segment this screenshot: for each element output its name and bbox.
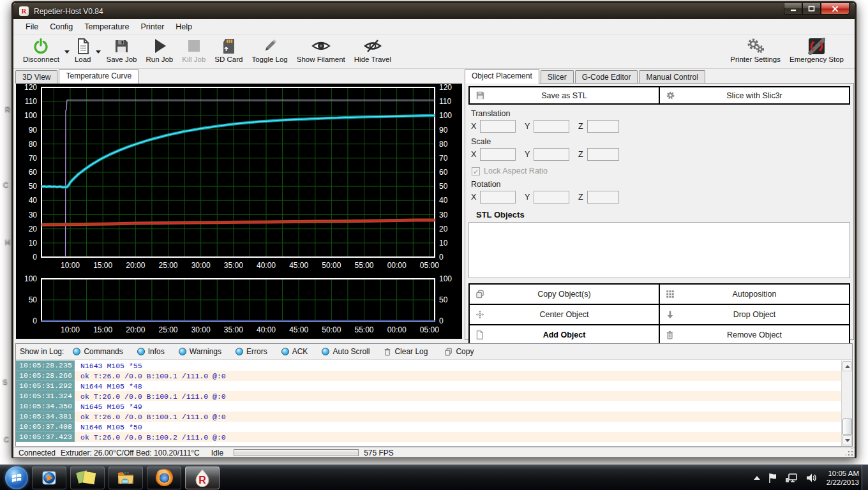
copy-objects-button[interactable]: Copy Object(s)	[470, 285, 659, 304]
svg-text:40: 40	[439, 196, 448, 205]
kill-job-button: Kill Job	[177, 35, 210, 68]
menu-printer[interactable]: Printer	[135, 20, 170, 34]
translation-y-input[interactable]	[534, 120, 569, 133]
down-arrow-icon	[666, 310, 675, 319]
toggle-dot-icon	[137, 348, 145, 355]
scale-row: X Y Z	[471, 148, 850, 161]
show-desktop-button[interactable]	[862, 465, 868, 490]
gears-icon	[745, 37, 766, 55]
svg-text:50: 50	[439, 182, 448, 191]
windows-flag-icon	[11, 472, 22, 484]
menu-config[interactable]: Config	[44, 20, 79, 34]
tab-object-placement[interactable]: Object Placement	[465, 69, 539, 84]
rotation-x-input[interactable]	[480, 191, 516, 204]
network-icon[interactable]	[785, 472, 798, 484]
taskbar-sticky-notes[interactable]	[70, 466, 105, 489]
save-job-button[interactable]: Save Job	[101, 35, 141, 68]
scale-z-input[interactable]	[587, 148, 619, 161]
rotation-label: Rotation	[471, 180, 850, 189]
menu-help[interactable]: Help	[170, 20, 198, 34]
action-center-flag-icon[interactable]	[768, 472, 777, 484]
rotation-y-input[interactable]	[534, 191, 569, 204]
rotation-z-input[interactable]	[587, 191, 619, 204]
scroll-down-icon[interactable]	[842, 435, 852, 445]
tab-temperature-curve[interactable]: Temperature Curve	[59, 69, 138, 84]
hidden-icons-button[interactable]	[754, 476, 760, 480]
scroll-thumb[interactable]	[842, 419, 852, 435]
resize-grip[interactable]	[846, 449, 853, 456]
maximize-button[interactable]	[802, 3, 821, 15]
toggle-infos[interactable]: Infos	[137, 347, 165, 356]
log-timestamp: 10:05:28.266	[16, 371, 75, 381]
title-bar[interactable]: R Repetier-Host V0.84	[13, 3, 855, 19]
job-progress-bar	[234, 449, 359, 456]
toggle-commands[interactable]: Commands	[73, 347, 123, 356]
disconnect-button[interactable]: Disconnect	[19, 35, 64, 68]
autoposition-button[interactable]: Autoposition	[660, 285, 849, 304]
run-job-button[interactable]: Run Job	[141, 35, 177, 68]
toggle-auto-scroll[interactable]: Auto Scroll	[322, 347, 370, 356]
log-timestamp: 10:05:31.292	[16, 381, 75, 391]
svg-text:60: 60	[439, 168, 448, 177]
taskbar-firefox[interactable]	[147, 466, 181, 489]
sd-card-button[interactable]: SD Card	[210, 35, 247, 68]
hide-travel-button[interactable]: Hide Travel	[350, 35, 396, 68]
disconnect-dropdown-icon[interactable]	[64, 50, 70, 54]
load-button[interactable]: Load	[70, 35, 96, 68]
svg-text:20:00: 20:00	[126, 325, 145, 334]
emergency-stop-button[interactable]: Emergency Stop	[785, 35, 848, 69]
log-header: Show in Log: Commands Infos Warnings Err…	[16, 344, 852, 360]
taskbar-repetier-host[interactable]: R	[185, 466, 220, 489]
center-object-button[interactable]: Center Object	[470, 305, 659, 324]
menu-temperature[interactable]: Temperature	[79, 20, 135, 34]
toggle-warnings[interactable]: Warnings	[179, 347, 221, 356]
load-dropdown-icon[interactable]	[96, 50, 101, 54]
play-icon	[152, 37, 167, 55]
copy-log-button[interactable]: Copy	[444, 347, 474, 356]
lock-aspect-checkbox[interactable]: ✓	[472, 167, 480, 175]
grid-icon	[666, 290, 675, 299]
translation-z-input[interactable]	[587, 120, 619, 133]
toggle-ack[interactable]: ACK	[281, 347, 308, 356]
log-scrollbar[interactable]	[841, 360, 852, 446]
tab-gcode-editor[interactable]: G-Code Editor	[575, 70, 638, 84]
volume-icon[interactable]	[805, 472, 818, 484]
remove-object-button[interactable]: Remove Object	[660, 325, 849, 345]
tab-3d-view[interactable]: 3D View	[15, 70, 57, 84]
svg-text:100: 100	[439, 111, 452, 120]
desktop-icon-label-fragment: S	[3, 378, 7, 385]
add-object-button[interactable]: Add Object	[470, 325, 659, 345]
tab-slicer[interactable]: Slicer	[541, 70, 574, 84]
save-as-stl-button[interactable]: Save as STL	[470, 87, 659, 103]
printer-settings-button[interactable]: Printer Settings	[726, 35, 785, 69]
taskbar-media-player[interactable]	[32, 466, 66, 489]
menu-file[interactable]: File	[20, 20, 44, 34]
toggle-errors[interactable]: Errors	[236, 347, 267, 356]
scroll-up-icon[interactable]	[842, 361, 852, 371]
taskbar-explorer[interactable]	[108, 466, 143, 489]
drop-object-button[interactable]: Drop Object	[660, 305, 849, 324]
slice-with-slic3r-button[interactable]: Slice with Slic3r	[659, 87, 849, 103]
svg-text:40:00: 40:00	[257, 325, 276, 334]
status-bar: Connected Extruder: 26.00°C/Off Bed: 100…	[13, 447, 855, 457]
svg-text:55:00: 55:00	[354, 325, 373, 334]
toggle-dot-icon	[322, 348, 329, 355]
show-filament-button[interactable]: Show Filament	[292, 35, 350, 68]
translation-row: X Y Z	[471, 120, 850, 133]
translation-x-input[interactable]	[480, 120, 516, 133]
toggle-log-button[interactable]: Toggle Log	[247, 35, 292, 68]
taskbar-clock[interactable]: 10:05 AM 2/22/2013	[827, 469, 859, 487]
clear-log-button[interactable]: Clear Log	[384, 347, 428, 356]
close-button[interactable]	[821, 3, 849, 15]
log-rows[interactable]: 10:05:28.235N1643 M105 *5510:05:28.266ok…	[16, 360, 841, 446]
start-button[interactable]	[5, 466, 28, 489]
windows-taskbar: R 10:05 AM 2/22/2013	[0, 464, 868, 490]
scale-x-input[interactable]	[480, 148, 516, 161]
tab-manual-control[interactable]: Manual Control	[639, 70, 705, 84]
log-message: N1645 M105 *49	[75, 403, 142, 411]
stl-objects-list[interactable]	[468, 222, 850, 278]
scale-y-input[interactable]	[534, 148, 569, 161]
svg-text:70: 70	[29, 154, 38, 163]
minimize-button[interactable]	[784, 3, 802, 15]
svg-text:35:00: 35:00	[224, 325, 243, 334]
